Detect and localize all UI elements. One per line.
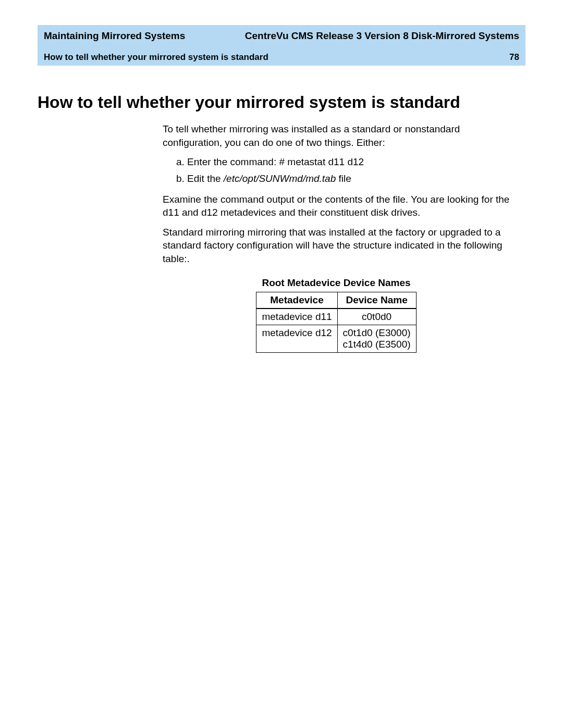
intro-paragraph: To tell whether mirroring was installed … <box>163 122 510 149</box>
option-b-filepath: /etc/opt/SUNWmd/md.tab <box>224 173 336 184</box>
table-row: metadevice d12 c0t1d0 (E3000) c1t4d0 (E3… <box>256 325 416 352</box>
option-b-suffix: file <box>336 173 351 184</box>
page-header: Maintaining Mirrored Systems CentreVu CM… <box>38 25 525 66</box>
cell-devicename: c0t1d0 (E3000) c1t4d0 (E3500) <box>337 325 416 352</box>
header-section-right: CentreVu CMS Release 3 Version 8 Disk-Mi… <box>245 30 519 42</box>
header-subtitle: How to tell whether your mirrored system… <box>44 52 268 63</box>
table-header-metadevice: Metadevice <box>256 292 337 309</box>
cell-metadevice: metadevice d11 <box>256 309 337 325</box>
table-row: metadevice d11 c0t0d0 <box>256 309 416 325</box>
option-a: a. Enter the command: # metastat d11 d12 <box>176 155 510 169</box>
device-table: Metadevice Device Name metadevice d11 c0… <box>256 292 416 353</box>
page-number: 78 <box>509 52 519 63</box>
option-b: b. Edit the /etc/opt/SUNWmd/md.tab file <box>176 172 510 186</box>
cell-metadevice: metadevice d12 <box>256 325 337 352</box>
section-title: How to tell whether your mirrored system… <box>38 93 525 112</box>
cell-devicename: c0t0d0 <box>337 309 416 325</box>
examine-paragraph: Examine the command output or the conten… <box>163 193 510 219</box>
page: Maintaining Mirrored Systems CentreVu CM… <box>0 0 563 384</box>
table-header-devicename: Device Name <box>337 292 416 309</box>
table-title: Root Metadevice Device Names <box>163 277 510 289</box>
option-list: a. Enter the command: # metastat d11 d12… <box>176 155 510 185</box>
option-b-prefix: b. Edit the <box>176 173 224 184</box>
table-header-row: Metadevice Device Name <box>256 292 416 309</box>
body-column: To tell whether mirroring was installed … <box>163 122 510 353</box>
standard-paragraph: Standard mirroring mirroring that was in… <box>163 226 510 266</box>
header-section-left: Maintaining Mirrored Systems <box>44 30 185 42</box>
